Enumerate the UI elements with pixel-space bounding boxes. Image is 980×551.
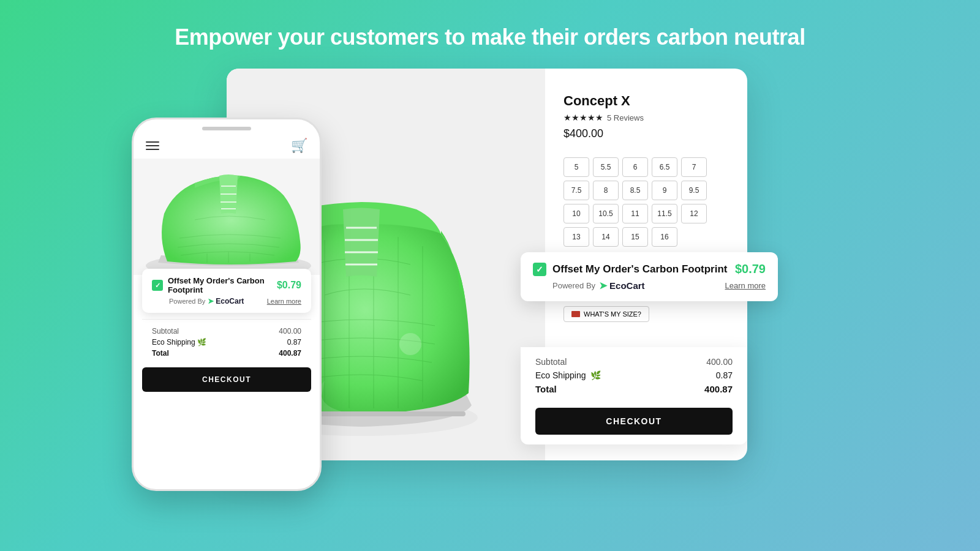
learn-more-desktop[interactable]: Learn more [725, 281, 766, 290]
ecocart-price-desktop: $0.79 [735, 262, 766, 276]
eco-shipping-label-mobile: Eco Shipping 🌿 [152, 338, 206, 347]
size-11[interactable]: 11 [622, 204, 648, 223]
size-5[interactable]: 5 [564, 157, 589, 177]
cart-summary-mobile: Subtotal 400.00 Eco Shipping 🌿 0.87 Tota… [142, 319, 311, 358]
ecocart-brand-mobile: EcoCart [216, 297, 244, 305]
widget-left-group: Offset My Order's Carbon Footprint [533, 263, 728, 276]
ecocart-logo-mobile: ➤ EcoCart [208, 297, 244, 305]
leaf-icon-desktop: 🌿 [590, 370, 601, 380]
page-title: Empower your customers to make their ord… [0, 0, 980, 69]
size-9[interactable]: 9 [652, 181, 677, 200]
size-5-5[interactable]: 5.5 [593, 157, 619, 177]
subtotal-row-desktop: Subtotal 400.00 [535, 357, 733, 367]
eco-shipping-label-desktop: Eco Shipping 🌿 [535, 370, 601, 380]
mobile-phone: 🛒 [132, 118, 322, 491]
subtotal-label-mobile: Subtotal [152, 327, 179, 335]
product-rating: ★★★★★ 5 Reviews [564, 113, 729, 122]
phone-header: 🛒 [134, 135, 320, 159]
scene-container: Concept X ★★★★★ 5 Reviews $400.00 5 5.5 … [0, 69, 980, 534]
size-16[interactable]: 16 [652, 227, 677, 247]
size-8[interactable]: 8 [593, 181, 619, 200]
whats-my-size-button[interactable]: WHAT'S MY SIZE? [564, 306, 649, 322]
svg-point-5 [399, 333, 421, 355]
eco-shipping-row-mobile: Eco Shipping 🌿 0.87 [152, 338, 301, 347]
eco-shipping-value-mobile: 0.87 [287, 338, 301, 347]
widget-top-row-mobile: Offset My Order's Carbon Footprint $0.79 [152, 276, 301, 294]
size-13[interactable]: 13 [564, 227, 589, 247]
hamburger-line-2 [146, 145, 159, 146]
size-11-5[interactable]: 11.5 [652, 204, 677, 223]
eco-shipping-row-desktop: Eco Shipping 🌿 0.87 [535, 370, 733, 380]
size-grid: 5 5.5 6 6.5 7 7.5 8 8.5 9 9.5 10 10.5 11… [564, 157, 729, 247]
widget-top-row: Offset My Order's Carbon Footprint $0.79 [533, 262, 766, 276]
total-row-mobile: Total 400.87 [152, 349, 301, 358]
ecocart-checkbox-mobile[interactable] [152, 280, 163, 291]
checkout-button-mobile[interactable]: CHECKOUT [142, 367, 311, 392]
subtotal-row-mobile: Subtotal 400.00 [152, 327, 301, 335]
whats-my-size-label: WHAT'S MY SIZE? [584, 310, 641, 318]
subtotal-value-desktop: 400.00 [706, 357, 733, 367]
size-7[interactable]: 7 [681, 157, 707, 177]
ecocart-logo-desktop: ➤ EcoCart [599, 280, 645, 291]
eco-arrow-mobile: ➤ [208, 297, 214, 305]
size-8-5[interactable]: 8.5 [622, 181, 648, 200]
ecocart-brand-name: EcoCart [609, 280, 645, 291]
size-9-5[interactable]: 9.5 [681, 181, 707, 200]
size-6[interactable]: 6 [622, 157, 648, 177]
size-6-5[interactable]: 6.5 [652, 157, 677, 177]
ecocart-widget-mobile: Offset My Order's Carbon Footprint $0.79… [142, 269, 311, 313]
subtotal-value-mobile: 400.00 [279, 327, 301, 335]
phone-notch [202, 127, 251, 130]
stars-filled: ★★★★★ [564, 113, 603, 122]
ruler-icon [571, 311, 580, 317]
review-count: 5 Reviews [607, 113, 644, 122]
size-12[interactable]: 12 [681, 204, 707, 223]
ecocart-title-desktop: Offset My Order's Carbon Footprint [552, 263, 728, 276]
size-10[interactable]: 10 [564, 204, 589, 223]
hamburger-menu-icon[interactable] [146, 141, 159, 150]
ecocart-title-mobile: Offset My Order's Carbon Footprint [168, 276, 277, 294]
checkout-button-desktop[interactable]: CHECKOUT [535, 408, 733, 435]
learn-more-mobile[interactable]: Learn more [267, 298, 301, 305]
size-10-5[interactable]: 10.5 [593, 204, 619, 223]
powered-by-text-mobile: Powered By [169, 298, 205, 305]
total-row-desktop: Total 400.87 [535, 384, 733, 394]
mobile-shoe-image [134, 159, 320, 275]
total-value-desktop: 400.87 [704, 384, 733, 394]
cart-summary-desktop: Subtotal 400.00 Eco Shipping 🌿 0.87 Tota… [521, 347, 747, 444]
subtotal-label-desktop: Subtotal [535, 357, 567, 367]
size-14[interactable]: 14 [593, 227, 619, 247]
ecocart-price-mobile: $0.79 [277, 280, 301, 291]
ecocart-checkbox-desktop[interactable] [533, 263, 546, 276]
eco-arrow-icon: ➤ [599, 280, 607, 291]
cart-icon-mobile[interactable]: 🛒 [291, 138, 307, 154]
widget-bottom-mobile: Powered By ➤ EcoCart Learn more [152, 297, 301, 305]
product-price: $400.00 [564, 127, 729, 140]
hamburger-line-3 [146, 149, 159, 150]
product-name: Concept X [564, 93, 729, 109]
powered-by-desktop: Powered By ➤ EcoCart [552, 280, 645, 291]
hamburger-line-1 [146, 141, 159, 143]
total-label-mobile: Total [152, 349, 169, 358]
leaf-icon-mobile: 🌿 [197, 338, 206, 347]
ecocart-widget-desktop: Offset My Order's Carbon Footprint $0.79… [521, 252, 778, 301]
widget-mobile-left: Offset My Order's Carbon Footprint [152, 276, 277, 294]
size-15[interactable]: 15 [622, 227, 648, 247]
widget-bottom-row: Powered By ➤ EcoCart Learn more [533, 280, 766, 291]
powered-by-mobile: Powered By ➤ EcoCart [169, 297, 244, 305]
powered-by-text: Powered By [552, 281, 595, 290]
size-7-5[interactable]: 7.5 [564, 181, 589, 200]
total-value-mobile: 400.87 [279, 349, 301, 358]
eco-shipping-value-desktop: 0.87 [716, 370, 733, 380]
total-label-desktop: Total [535, 384, 557, 394]
